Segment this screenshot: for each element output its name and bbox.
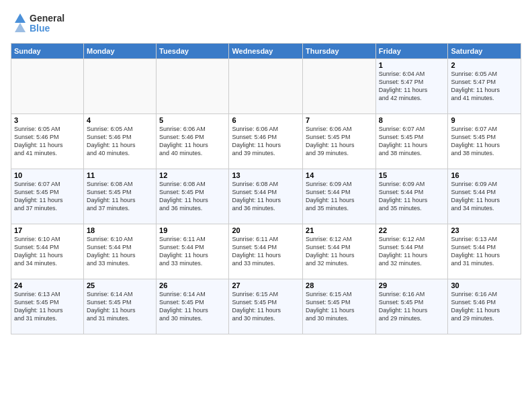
day-number: 27 xyxy=(232,281,300,289)
calendar-cell: 17Sunrise: 6:10 AM Sunset: 5:44 PM Dayli… xyxy=(11,224,84,279)
calendar-cell: 23Sunrise: 6:13 AM Sunset: 5:44 PM Dayli… xyxy=(448,224,521,279)
calendar-cell: 3Sunrise: 6:05 AM Sunset: 5:46 PM Daylig… xyxy=(11,114,84,169)
calendar-cell: 19Sunrise: 6:11 AM Sunset: 5:44 PM Dayli… xyxy=(157,224,229,279)
svg-marker-3 xyxy=(15,23,26,32)
day-number: 5 xyxy=(159,116,226,124)
day-number: 23 xyxy=(451,226,518,234)
day-info: Sunrise: 6:08 AM Sunset: 5:45 PM Dayligh… xyxy=(159,180,226,213)
day-number: 8 xyxy=(379,116,445,124)
calendar-cell: 21Sunrise: 6:12 AM Sunset: 5:44 PM Dayli… xyxy=(303,224,376,279)
weekday-header: Tuesday xyxy=(157,44,229,59)
day-info: Sunrise: 6:16 AM Sunset: 5:45 PM Dayligh… xyxy=(379,290,445,323)
day-info: Sunrise: 6:13 AM Sunset: 5:45 PM Dayligh… xyxy=(14,290,81,323)
day-number: 18 xyxy=(87,226,153,234)
day-number: 2 xyxy=(451,61,518,69)
calendar-cell: 15Sunrise: 6:09 AM Sunset: 5:44 PM Dayli… xyxy=(375,169,448,224)
calendar-header-row: SundayMondayTuesdayWednesdayThursdayFrid… xyxy=(11,44,521,59)
day-info: Sunrise: 6:13 AM Sunset: 5:44 PM Dayligh… xyxy=(451,235,518,268)
day-info: Sunrise: 6:04 AM Sunset: 5:47 PM Dayligh… xyxy=(379,70,445,103)
day-info: Sunrise: 6:05 AM Sunset: 5:46 PM Dayligh… xyxy=(87,125,153,158)
day-number: 25 xyxy=(87,281,153,289)
day-number: 24 xyxy=(14,281,81,289)
calendar-cell: 2Sunrise: 6:05 AM Sunset: 5:47 PM Daylig… xyxy=(448,59,521,114)
calendar-week-row: 10Sunrise: 6:07 AM Sunset: 5:45 PM Dayli… xyxy=(11,169,521,224)
calendar-cell: 8Sunrise: 6:07 AM Sunset: 5:45 PM Daylig… xyxy=(375,114,448,169)
weekday-header: Saturday xyxy=(448,44,521,59)
svg-text:Blue: Blue xyxy=(30,23,50,34)
day-number: 10 xyxy=(14,171,81,179)
day-info: Sunrise: 6:07 AM Sunset: 5:45 PM Dayligh… xyxy=(451,125,518,158)
day-info: Sunrise: 6:08 AM Sunset: 5:45 PM Dayligh… xyxy=(87,180,153,213)
calendar-cell: 11Sunrise: 6:08 AM Sunset: 5:45 PM Dayli… xyxy=(83,169,156,224)
calendar-cell: 24Sunrise: 6:13 AM Sunset: 5:45 PM Dayli… xyxy=(11,279,84,334)
day-info: Sunrise: 6:10 AM Sunset: 5:44 PM Dayligh… xyxy=(14,235,81,268)
day-number: 9 xyxy=(451,116,518,124)
calendar-week-row: 24Sunrise: 6:13 AM Sunset: 5:45 PM Dayli… xyxy=(11,279,521,334)
day-number: 30 xyxy=(451,281,518,289)
day-info: Sunrise: 6:08 AM Sunset: 5:44 PM Dayligh… xyxy=(232,180,300,213)
calendar-cell: 10Sunrise: 6:07 AM Sunset: 5:45 PM Dayli… xyxy=(11,169,84,224)
day-number: 28 xyxy=(306,281,373,289)
calendar-cell: 13Sunrise: 6:08 AM Sunset: 5:44 PM Dayli… xyxy=(229,169,303,224)
calendar-cell: 22Sunrise: 6:12 AM Sunset: 5:44 PM Dayli… xyxy=(375,224,448,279)
calendar-cell: 14Sunrise: 6:09 AM Sunset: 5:44 PM Dayli… xyxy=(303,169,376,224)
calendar-cell: 26Sunrise: 6:14 AM Sunset: 5:45 PM Dayli… xyxy=(157,279,229,334)
calendar-cell: 12Sunrise: 6:08 AM Sunset: 5:45 PM Dayli… xyxy=(157,169,229,224)
weekday-header: Sunday xyxy=(11,44,84,59)
calendar-cell: 25Sunrise: 6:14 AM Sunset: 5:45 PM Dayli… xyxy=(83,279,156,334)
svg-text:General: General xyxy=(30,13,64,24)
day-info: Sunrise: 6:12 AM Sunset: 5:44 PM Dayligh… xyxy=(379,235,445,268)
day-number: 14 xyxy=(306,171,373,179)
day-info: Sunrise: 6:06 AM Sunset: 5:46 PM Dayligh… xyxy=(159,125,226,158)
day-info: Sunrise: 6:15 AM Sunset: 5:45 PM Dayligh… xyxy=(232,290,300,323)
calendar-cell xyxy=(11,59,84,114)
day-number: 4 xyxy=(87,116,153,124)
day-info: Sunrise: 6:16 AM Sunset: 5:46 PM Dayligh… xyxy=(451,290,518,323)
calendar-cell: 30Sunrise: 6:16 AM Sunset: 5:46 PM Dayli… xyxy=(448,279,521,334)
calendar-cell: 1Sunrise: 6:04 AM Sunset: 5:47 PM Daylig… xyxy=(375,59,448,114)
calendar-cell: 16Sunrise: 6:09 AM Sunset: 5:44 PM Dayli… xyxy=(448,169,521,224)
day-info: Sunrise: 6:09 AM Sunset: 5:44 PM Dayligh… xyxy=(306,180,373,213)
day-number: 1 xyxy=(379,61,445,69)
calendar-week-row: 1Sunrise: 6:04 AM Sunset: 5:47 PM Daylig… xyxy=(11,59,521,114)
day-info: Sunrise: 6:12 AM Sunset: 5:44 PM Dayligh… xyxy=(306,235,373,268)
day-number: 22 xyxy=(379,226,445,234)
day-info: Sunrise: 6:10 AM Sunset: 5:44 PM Dayligh… xyxy=(87,235,153,268)
calendar-table: SundayMondayTuesdayWednesdayThursdayFrid… xyxy=(11,43,521,334)
calendar-cell: 6Sunrise: 6:06 AM Sunset: 5:46 PM Daylig… xyxy=(229,114,303,169)
logo-svg: General Blue xyxy=(11,11,85,35)
day-info: Sunrise: 6:06 AM Sunset: 5:46 PM Dayligh… xyxy=(232,125,300,158)
day-number: 12 xyxy=(159,171,226,179)
day-number: 21 xyxy=(306,226,373,234)
day-number: 11 xyxy=(87,171,153,179)
calendar-week-row: 17Sunrise: 6:10 AM Sunset: 5:44 PM Dayli… xyxy=(11,224,521,279)
day-info: Sunrise: 6:09 AM Sunset: 5:44 PM Dayligh… xyxy=(451,180,518,213)
day-info: Sunrise: 6:07 AM Sunset: 5:45 PM Dayligh… xyxy=(379,125,445,158)
weekday-header: Wednesday xyxy=(229,44,303,59)
day-info: Sunrise: 6:06 AM Sunset: 5:45 PM Dayligh… xyxy=(306,125,373,158)
logo: General Blue xyxy=(11,11,85,35)
day-info: Sunrise: 6:15 AM Sunset: 5:45 PM Dayligh… xyxy=(306,290,373,323)
day-number: 16 xyxy=(451,171,518,179)
day-info: Sunrise: 6:14 AM Sunset: 5:45 PM Dayligh… xyxy=(159,290,226,323)
calendar-cell: 27Sunrise: 6:15 AM Sunset: 5:45 PM Dayli… xyxy=(229,279,303,334)
day-info: Sunrise: 6:14 AM Sunset: 5:45 PM Dayligh… xyxy=(87,290,153,323)
day-number: 29 xyxy=(379,281,445,289)
day-number: 26 xyxy=(159,281,226,289)
day-info: Sunrise: 6:09 AM Sunset: 5:44 PM Dayligh… xyxy=(379,180,445,213)
calendar-cell: 9Sunrise: 6:07 AM Sunset: 5:45 PM Daylig… xyxy=(448,114,521,169)
day-info: Sunrise: 6:11 AM Sunset: 5:44 PM Dayligh… xyxy=(232,235,300,268)
day-info: Sunrise: 6:05 AM Sunset: 5:47 PM Dayligh… xyxy=(451,70,518,103)
day-number: 3 xyxy=(14,116,81,124)
day-number: 6 xyxy=(232,116,300,124)
calendar-week-row: 3Sunrise: 6:05 AM Sunset: 5:46 PM Daylig… xyxy=(11,114,521,169)
day-info: Sunrise: 6:11 AM Sunset: 5:44 PM Dayligh… xyxy=(159,235,226,268)
calendar-cell: 4Sunrise: 6:05 AM Sunset: 5:46 PM Daylig… xyxy=(83,114,156,169)
day-number: 20 xyxy=(232,226,300,234)
calendar-cell xyxy=(83,59,156,114)
day-info: Sunrise: 6:05 AM Sunset: 5:46 PM Dayligh… xyxy=(14,125,81,158)
calendar-cell xyxy=(303,59,376,114)
calendar-cell: 5Sunrise: 6:06 AM Sunset: 5:46 PM Daylig… xyxy=(157,114,229,169)
day-number: 17 xyxy=(14,226,81,234)
calendar-cell: 20Sunrise: 6:11 AM Sunset: 5:44 PM Dayli… xyxy=(229,224,303,279)
